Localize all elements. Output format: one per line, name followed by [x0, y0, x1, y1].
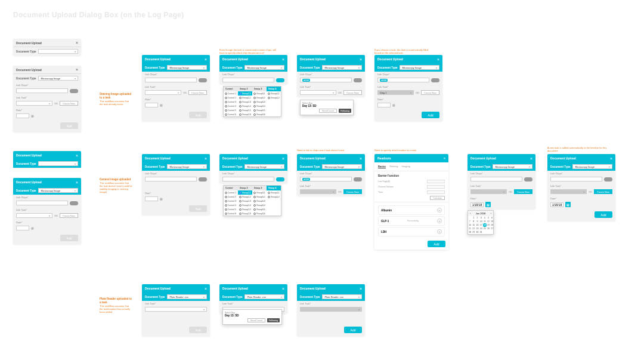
doc-type-select[interactable]: ▾ — [38, 49, 78, 54]
doc-type-select[interactable]: ▾ — [38, 161, 78, 166]
calendar-icon[interactable]: ▦ — [160, 197, 163, 201]
doc-type-select[interactable]: Plate Reader .csv▾ — [322, 294, 362, 299]
close-icon[interactable]: × — [282, 156, 284, 161]
add-readout-icon[interactable]: + — [437, 208, 442, 213]
close-icon[interactable]: × — [444, 156, 445, 160]
doc-type-select[interactable]: Microscopy Image▾ — [322, 65, 362, 70]
doc-type-select[interactable]: Microscopy Image▾ — [167, 65, 207, 70]
add-readout-icon[interactable]: + — [437, 229, 442, 234]
calculate-button[interactable]: Calculate — [430, 196, 445, 200]
link-chips-input[interactable] — [222, 177, 274, 182]
tab-staining[interactable]: Staining — [389, 165, 398, 168]
popup-cancel[interactable]: None/Cancel — [319, 109, 337, 113]
calendar-icon[interactable]: ▦ — [392, 103, 395, 107]
close-icon[interactable]: × — [205, 287, 207, 291]
link-task-select[interactable]: ▾ — [300, 189, 336, 194]
close-icon[interactable]: × — [360, 156, 362, 161]
link-chips-input[interactable] — [470, 177, 522, 182]
close-icon[interactable]: × — [282, 57, 284, 61]
create-new-button[interactable]: Create New — [343, 90, 362, 95]
date-input[interactable]: 1/18/18 — [550, 202, 564, 207]
task-date-popup-r3[interactable]: Select Day Day 13: SD None/Cancel Follow… — [222, 309, 282, 325]
link-task-select[interactable]: ▾ — [550, 189, 587, 194]
add-button[interactable]: Add — [189, 112, 207, 118]
readout-field-input[interactable] — [427, 185, 445, 189]
doc-type-select[interactable]: Microscopy Image▾ — [322, 164, 362, 169]
link-task-select[interactable]: ▾ — [16, 213, 52, 218]
doc-type-select[interactable]: Plate Reader .csv▾ — [167, 294, 207, 299]
doc-type-select[interactable]: Microscopy Image▾ — [167, 164, 207, 169]
link-chips-input[interactable]: 4000 — [377, 78, 429, 82]
chip-dropdown-r2[interactable]: Control Control 1Control 2Control 3Contr… — [223, 185, 281, 216]
calendar-day[interactable]: 31 — [479, 230, 483, 234]
link-chips-input[interactable] — [16, 201, 68, 205]
link-chips-input[interactable]: 4000 — [300, 78, 352, 82]
chip-dropdown[interactable]: Control Control 1Control 2Control 3Contr… — [223, 86, 281, 117]
calendar-icon[interactable]: ▦ — [160, 103, 163, 107]
link-chips-input[interactable] — [145, 78, 197, 82]
calendar-popup[interactable]: ‹Jan 2018› 12345678910111213141516171819… — [467, 210, 494, 235]
create-new-button[interactable]: Create New — [60, 213, 78, 218]
doc-type-select[interactable]: Microscopy Image▾ — [244, 164, 284, 169]
create-new-button[interactable]: Create New — [421, 90, 439, 95]
add-button[interactable]: Add — [60, 235, 78, 241]
calendar-icon[interactable]: ▦ — [31, 114, 34, 118]
close-icon[interactable]: × — [530, 156, 532, 161]
close-icon[interactable]: × — [76, 180, 78, 184]
link-chips-input[interactable]: 4000 — [300, 177, 352, 182]
close-icon[interactable]: × — [437, 57, 439, 61]
close-icon[interactable]: × — [205, 156, 207, 161]
calendar-icon[interactable]: ▦ — [485, 202, 491, 207]
close-icon[interactable]: × — [76, 153, 78, 158]
tab-barrier[interactable]: Barrier — [378, 165, 386, 168]
calendar-day[interactable]: 27 — [490, 227, 494, 230]
task-date-popup[interactable]: Select Day Day 13: SD None/Cancel Follow… — [300, 100, 354, 115]
doc-type-select[interactable]: Microscopy Image▾ — [38, 76, 78, 81]
link-chips-input[interactable] — [222, 78, 274, 82]
doc-type-select[interactable]: Microscopy Image▾ — [244, 65, 284, 70]
add-button[interactable]: Add — [595, 211, 612, 218]
close-icon[interactable]: × — [610, 156, 612, 161]
popup-confirm[interactable]: Following — [339, 109, 351, 113]
doc-type-select[interactable]: Microscopy Image▾ — [493, 164, 532, 169]
calendar-icon[interactable]: ▦ — [565, 202, 571, 207]
date-input[interactable] — [16, 226, 29, 230]
add-button[interactable]: Add — [189, 327, 207, 333]
link-task-select[interactable]: ▾ — [145, 307, 207, 312]
add-button[interactable]: Add — [344, 327, 362, 333]
link-chips-input[interactable] — [550, 177, 602, 182]
popup-cancel[interactable]: None/Cancel — [247, 318, 265, 322]
readouts-add-button[interactable]: Add — [428, 241, 445, 247]
doc-type-select[interactable]: Plate Reader .csv▾ — [244, 294, 284, 299]
link-chips-input[interactable] — [16, 88, 68, 93]
doc-type-select[interactable]: Microscopy Image▾ — [38, 188, 78, 193]
date-input[interactable]: 1/18/18 — [470, 202, 484, 207]
link-task-select[interactable]: ▾ — [300, 90, 336, 95]
cal-next[interactable]: › — [491, 212, 491, 215]
cal-prev[interactable]: ‹ — [470, 212, 470, 215]
close-icon[interactable]: × — [76, 67, 78, 72]
create-new-button[interactable]: Create New — [594, 189, 612, 194]
close-icon[interactable]: × — [76, 41, 78, 45]
create-new-button[interactable]: Create New — [60, 101, 78, 106]
create-new-button[interactable]: Create New — [343, 189, 362, 194]
link-task-select[interactable]: ▾ — [470, 189, 507, 194]
date-input[interactable] — [377, 103, 391, 107]
link-chips-input[interactable] — [145, 177, 197, 182]
create-new-button[interactable]: Create New — [514, 189, 532, 194]
close-icon[interactable]: × — [360, 57, 362, 61]
add-button[interactable]: Add — [189, 205, 207, 212]
link-task-select[interactable]: ▾ — [300, 307, 362, 312]
link-task-select[interactable]: ▾ — [16, 101, 52, 106]
doc-type-select[interactable]: Microscopy Image▾ — [572, 164, 612, 169]
calendar-icon[interactable]: ▦ — [31, 226, 34, 230]
create-new-button[interactable]: Create New — [188, 90, 207, 95]
readout-field-input[interactable] — [427, 180, 445, 183]
date-input[interactable] — [145, 196, 158, 201]
tab-imaging[interactable]: Imaging — [402, 165, 410, 168]
close-icon[interactable]: × — [360, 287, 362, 291]
close-icon[interactable]: × — [205, 57, 207, 61]
add-button[interactable]: Add — [60, 122, 78, 129]
date-input[interactable] — [145, 103, 158, 107]
link-task-select[interactable]: ▾ — [145, 90, 181, 95]
